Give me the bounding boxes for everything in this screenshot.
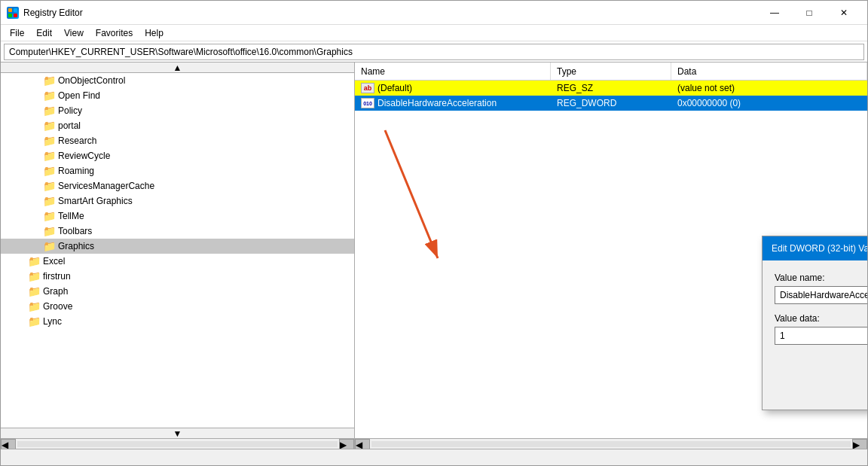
- tree-item-roaming[interactable]: 📁 Roaming: [1, 163, 354, 178]
- menu-bar: File Edit View Favorites Help: [1, 25, 867, 41]
- value-name-label: Value name:: [775, 273, 867, 283]
- window-controls: — □ ✕: [757, 1, 861, 25]
- tree-hscrollbar[interactable]: ◀ ▶: [1, 438, 354, 449]
- tree-item-reviewcycle[interactable]: 📁 ReviewCycle: [1, 148, 354, 163]
- tree-item-label: SmartArt Graphics: [58, 196, 133, 206]
- tree-item-research[interactable]: 📁 Research: [1, 133, 354, 148]
- menu-favorites[interactable]: Favorites: [90, 26, 139, 40]
- tree-item-graph[interactable]: 📁 Graph: [1, 284, 354, 299]
- tree-item-toolbars[interactable]: 📁 Toolbars: [1, 224, 354, 239]
- menu-view[interactable]: View: [58, 26, 90, 40]
- tree-item-label: ServicesManagerCache: [58, 181, 154, 191]
- menu-file[interactable]: File: [4, 26, 30, 40]
- folder-icon: 📁: [43, 90, 55, 101]
- tree-item-label: Graphics: [58, 241, 94, 251]
- hscrollbar-track: [17, 441, 338, 447]
- folder-icon: 📁: [28, 316, 40, 327]
- tree-item-tellme[interactable]: 📁 TellMe: [1, 209, 354, 224]
- folder-icon: 📁: [28, 256, 40, 267]
- dialog-overlay: Edit DWORD (32-bit) Value ✕ Value name: …: [355, 62, 867, 449]
- tree-item-label: TellMe: [58, 211, 84, 221]
- registry-editor-window: Registry Editor — □ ✕ File Edit View Fav…: [0, 0, 868, 466]
- tree-item-label: ReviewCycle: [58, 151, 110, 161]
- dialog-data-row: Value data: Base Hexadecimal: [775, 313, 867, 360]
- menu-edit[interactable]: Edit: [30, 26, 58, 40]
- folder-icon: 📁: [43, 136, 55, 146]
- tree-item-label: Research: [58, 136, 96, 146]
- tree-item-servicesmanagercache[interactable]: 📁 ServicesManagerCache: [1, 178, 354, 193]
- tree-item-label: Excel: [43, 256, 65, 267]
- address-bar: [1, 41, 867, 62]
- folder-icon: 📁: [43, 75, 55, 86]
- svg-rect-1: [14, 8, 17, 12]
- svg-rect-2: [8, 14, 12, 17]
- value-name-input[interactable]: [775, 286, 867, 304]
- folder-icon: 📁: [28, 271, 40, 282]
- tree-item-openfind[interactable]: 📁 Open Find: [1, 88, 354, 103]
- folder-icon: 📁: [43, 151, 55, 161]
- menu-help[interactable]: Help: [139, 26, 170, 40]
- tree-item-firstrun[interactable]: 📁 firstrun: [1, 269, 354, 284]
- tree-item-portal[interactable]: 📁 portal: [1, 118, 354, 133]
- tree-item-label: portal: [58, 120, 81, 131]
- address-input[interactable]: [4, 44, 864, 60]
- folder-icon: 📁: [28, 301, 40, 312]
- annotation-arrow: [355, 123, 491, 303]
- maximize-button[interactable]: □: [792, 1, 827, 25]
- title-bar: Registry Editor — □ ✕: [1, 1, 867, 25]
- tree-item-onobjectcontrol[interactable]: 📁 OnObjectControl: [1, 73, 354, 88]
- edit-dword-dialog: Edit DWORD (32-bit) Value ✕ Value name: …: [762, 236, 867, 410]
- tree-item-label: Graph: [43, 286, 68, 297]
- tree-item-excel[interactable]: 📁 Excel: [1, 254, 354, 269]
- dialog-data-section: Value data:: [775, 313, 867, 345]
- value-data-label: Value data:: [775, 313, 867, 324]
- scroll-right-btn[interactable]: ▶: [339, 439, 354, 449]
- folder-icon: 📁: [43, 196, 55, 206]
- tree-item-label: Groove: [43, 301, 72, 312]
- folder-icon: 📁: [43, 181, 55, 191]
- minimize-button[interactable]: —: [757, 1, 792, 25]
- tree-item-graphics[interactable]: 📁 Graphics: [1, 239, 354, 254]
- folder-icon: 📁: [43, 105, 55, 116]
- folder-icon: 📁: [43, 241, 55, 251]
- tree-item-policy[interactable]: 📁 Policy: [1, 103, 354, 118]
- main-content: ▲ 📁 OnObjectControl 📁 Open Find 📁 Policy: [1, 62, 867, 449]
- tree-item-lync[interactable]: 📁 Lync: [1, 314, 354, 329]
- app-icon: [7, 7, 19, 19]
- tree-item-label: Roaming: [58, 166, 94, 176]
- folder-icon: 📁: [43, 211, 55, 221]
- svg-rect-0: [8, 8, 12, 12]
- registry-tree-pane: ▲ 📁 OnObjectControl 📁 Open Find 📁 Policy: [1, 62, 355, 449]
- svg-rect-3: [14, 14, 17, 17]
- tree-item-groove[interactable]: 📁 Groove: [1, 299, 354, 314]
- dialog-buttons: OK Cancel: [775, 372, 867, 397]
- status-bar: [1, 449, 867, 465]
- folder-icon: 📁: [28, 286, 40, 297]
- svg-line-5: [385, 130, 438, 258]
- dialog-title: Edit DWORD (32-bit) Value: [772, 243, 867, 254]
- dialog-body: Value name: Value data: Base: [763, 260, 867, 410]
- tree-item-label: Policy: [58, 105, 82, 116]
- tree-item-label: OnObjectControl: [58, 75, 125, 86]
- tree-scroll-down[interactable]: ▼: [1, 428, 354, 438]
- folder-icon: 📁: [43, 226, 55, 236]
- window-title: Registry Editor: [23, 8, 757, 18]
- close-button[interactable]: ✕: [827, 1, 861, 25]
- tree-item-label: firstrun: [43, 271, 71, 282]
- tree-item-label: Lync: [43, 316, 62, 327]
- tree-item-smartartgraphics[interactable]: 📁 SmartArt Graphics: [1, 193, 354, 209]
- tree-item-label: Open Find: [58, 90, 100, 101]
- scroll-left-btn[interactable]: ◀: [1, 439, 16, 449]
- dialog-title-bar: Edit DWORD (32-bit) Value ✕: [763, 236, 867, 260]
- registry-values-pane: Name Type Data ab (Default) REG_SZ (valu…: [355, 62, 867, 449]
- tree-scroll-up[interactable]: ▲: [1, 62, 354, 73]
- tree-scroll-area[interactable]: 📁 OnObjectControl 📁 Open Find 📁 Policy 📁: [1, 73, 354, 428]
- value-data-input[interactable]: [775, 327, 867, 345]
- folder-icon: 📁: [43, 120, 55, 131]
- folder-icon: 📁: [43, 166, 55, 176]
- tree-item-label: Toolbars: [58, 226, 92, 236]
